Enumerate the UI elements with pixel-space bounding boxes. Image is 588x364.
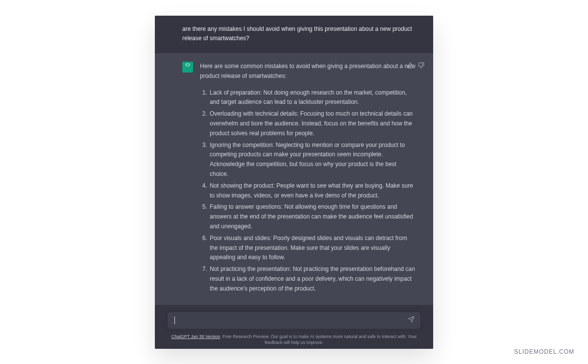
- list-item: Not showing the product: People want to …: [209, 181, 416, 201]
- assistant-list: Lack of preparation: Not doing enough re…: [200, 88, 416, 294]
- thumbs-up-icon[interactable]: [407, 62, 414, 69]
- list-item: Not practicing the presentation: Not pra…: [209, 265, 416, 293]
- openai-logo-icon: [184, 63, 191, 72]
- list-item: Failing to answer questions: Not allowin…: [209, 202, 416, 231]
- thumbs-down-icon[interactable]: [417, 62, 424, 69]
- chat-input-container[interactable]: [168, 312, 420, 329]
- user-message-row: are there any mistakes I should avoid wh…: [155, 16, 433, 53]
- version-link[interactable]: ChatGPT Jan 30 Version: [172, 334, 220, 339]
- disclaimer-text: . Free Research Preview. Our goal is to …: [220, 334, 416, 345]
- feedback-buttons: [407, 62, 424, 69]
- watermark-text: SLIDEMODEL.COM: [514, 348, 574, 355]
- assistant-message-row: Here are some common mistakes to avoid w…: [155, 53, 433, 305]
- chat-input[interactable]: [174, 312, 401, 329]
- assistant-message-content: Here are some common mistakes to avoid w…: [200, 62, 416, 296]
- chat-window: are there any mistakes I should avoid wh…: [155, 16, 433, 349]
- user-message-text: are there any mistakes I should avoid wh…: [182, 24, 416, 44]
- input-area: ChatGPT Jan 30 Version. Free Research Pr…: [155, 305, 433, 349]
- list-item: Ignoring the competition: Neglecting to …: [209, 141, 416, 179]
- assistant-avatar: [182, 62, 193, 73]
- list-item: Poor visuals and slides: Poorly designed…: [209, 234, 416, 263]
- send-button[interactable]: [407, 316, 416, 325]
- list-item: Lack of preparation: Not doing enough re…: [209, 88, 416, 108]
- send-icon: [408, 316, 415, 325]
- assistant-intro-text: Here are some common mistakes to avoid w…: [200, 62, 416, 81]
- list-item: Overloading with technical details: Focu…: [209, 109, 416, 138]
- footer-disclaimer: ChatGPT Jan 30 Version. Free Research Pr…: [168, 334, 420, 346]
- text-cursor: [174, 316, 175, 324]
